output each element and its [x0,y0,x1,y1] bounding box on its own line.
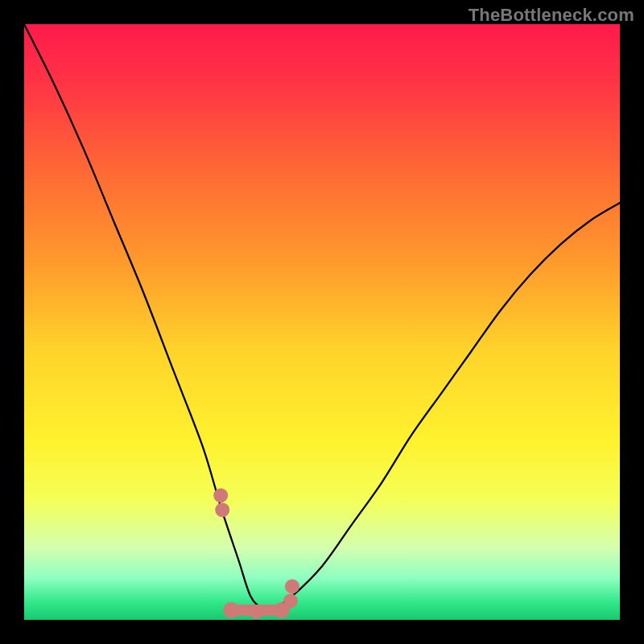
optimal-marker [213,488,228,502]
watermark-text: TheBottleneck.com [469,5,634,26]
optimal-range-markers [213,488,299,619]
optimal-marker [223,602,239,618]
optimal-marker [250,605,264,619]
chart-frame: TheBottleneck.com [0,0,644,644]
optimal-marker [274,602,290,618]
plot-area [24,24,620,620]
bottleneck-curve [24,24,620,620]
optimal-marker [285,579,299,593]
optimal-marker [215,502,229,517]
